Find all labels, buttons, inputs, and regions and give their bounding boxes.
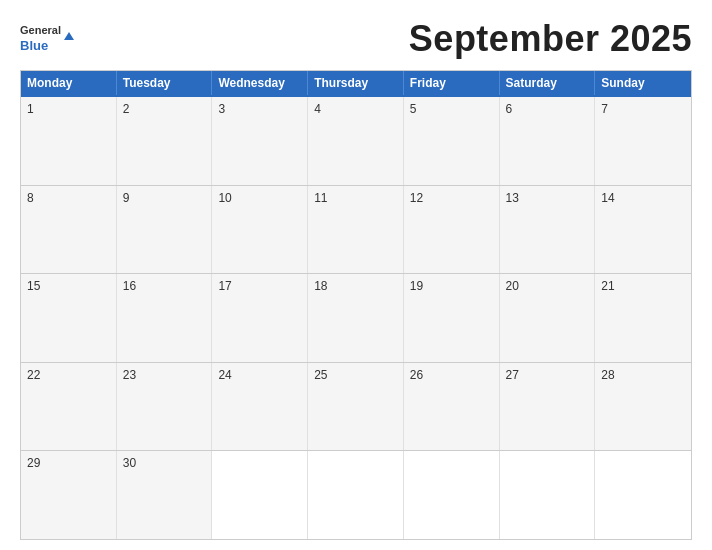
calendar-cell: 28 bbox=[595, 363, 691, 451]
calendar-cell: 26 bbox=[404, 363, 500, 451]
logo-svg: General Blue bbox=[20, 20, 80, 58]
calendar-cell: 24 bbox=[212, 363, 308, 451]
header-day-tuesday: Tuesday bbox=[117, 71, 213, 95]
header-day-friday: Friday bbox=[404, 71, 500, 95]
logo: General Blue bbox=[20, 20, 80, 58]
calendar-cell: 16 bbox=[117, 274, 213, 362]
day-number: 1 bbox=[27, 102, 110, 116]
calendar-cell: 22 bbox=[21, 363, 117, 451]
calendar-cell: 20 bbox=[500, 274, 596, 362]
calendar-cell bbox=[212, 451, 308, 539]
calendar-cell: 5 bbox=[404, 97, 500, 185]
calendar-cell: 19 bbox=[404, 274, 500, 362]
day-number: 22 bbox=[27, 368, 110, 382]
calendar-cell: 6 bbox=[500, 97, 596, 185]
day-number: 20 bbox=[506, 279, 589, 293]
calendar-page: General Blue September 2025 MondayTuesda… bbox=[0, 0, 712, 550]
day-number: 25 bbox=[314, 368, 397, 382]
calendar-week-1: 1234567 bbox=[21, 95, 691, 185]
calendar-cell: 23 bbox=[117, 363, 213, 451]
calendar-week-5: 2930 bbox=[21, 450, 691, 539]
day-number: 17 bbox=[218, 279, 301, 293]
calendar-cell: 30 bbox=[117, 451, 213, 539]
calendar-cell: 12 bbox=[404, 186, 500, 274]
day-number: 28 bbox=[601, 368, 685, 382]
calendar-cell: 15 bbox=[21, 274, 117, 362]
calendar-cell: 4 bbox=[308, 97, 404, 185]
calendar-cell bbox=[500, 451, 596, 539]
header-day-saturday: Saturday bbox=[500, 71, 596, 95]
day-number: 30 bbox=[123, 456, 206, 470]
calendar-week-2: 891011121314 bbox=[21, 185, 691, 274]
day-number: 6 bbox=[506, 102, 589, 116]
calendar-cell: 13 bbox=[500, 186, 596, 274]
svg-text:Blue: Blue bbox=[20, 38, 48, 53]
day-number: 29 bbox=[27, 456, 110, 470]
calendar-week-3: 15161718192021 bbox=[21, 273, 691, 362]
calendar-cell: 25 bbox=[308, 363, 404, 451]
day-number: 16 bbox=[123, 279, 206, 293]
day-number: 15 bbox=[27, 279, 110, 293]
day-number: 21 bbox=[601, 279, 685, 293]
day-number: 9 bbox=[123, 191, 206, 205]
day-number: 26 bbox=[410, 368, 493, 382]
day-number: 11 bbox=[314, 191, 397, 205]
calendar-cell bbox=[404, 451, 500, 539]
day-number: 2 bbox=[123, 102, 206, 116]
header-day-wednesday: Wednesday bbox=[212, 71, 308, 95]
day-number: 14 bbox=[601, 191, 685, 205]
calendar-cell: 21 bbox=[595, 274, 691, 362]
day-number: 3 bbox=[218, 102, 301, 116]
day-number: 7 bbox=[601, 102, 685, 116]
calendar-cell: 10 bbox=[212, 186, 308, 274]
day-number: 8 bbox=[27, 191, 110, 205]
day-number: 4 bbox=[314, 102, 397, 116]
calendar-cell: 14 bbox=[595, 186, 691, 274]
calendar-cell: 3 bbox=[212, 97, 308, 185]
calendar-cell: 9 bbox=[117, 186, 213, 274]
calendar-grid: MondayTuesdayWednesdayThursdayFridaySatu… bbox=[20, 70, 692, 540]
day-number: 5 bbox=[410, 102, 493, 116]
svg-text:General: General bbox=[20, 24, 61, 36]
header-day-sunday: Sunday bbox=[595, 71, 691, 95]
calendar-body: 1234567891011121314151617181920212223242… bbox=[21, 95, 691, 539]
calendar-cell: 18 bbox=[308, 274, 404, 362]
calendar-cell: 7 bbox=[595, 97, 691, 185]
month-title: September 2025 bbox=[409, 18, 692, 60]
calendar-cell bbox=[308, 451, 404, 539]
day-number: 18 bbox=[314, 279, 397, 293]
calendar-cell: 2 bbox=[117, 97, 213, 185]
day-number: 12 bbox=[410, 191, 493, 205]
calendar-cell bbox=[595, 451, 691, 539]
calendar-cell: 11 bbox=[308, 186, 404, 274]
calendar-week-4: 22232425262728 bbox=[21, 362, 691, 451]
page-header: General Blue September 2025 bbox=[20, 18, 692, 60]
calendar-cell: 1 bbox=[21, 97, 117, 185]
day-number: 27 bbox=[506, 368, 589, 382]
calendar-header: MondayTuesdayWednesdayThursdayFridaySatu… bbox=[21, 71, 691, 95]
day-number: 23 bbox=[123, 368, 206, 382]
calendar-cell: 8 bbox=[21, 186, 117, 274]
header-day-monday: Monday bbox=[21, 71, 117, 95]
svg-marker-1 bbox=[64, 32, 74, 40]
header-day-thursday: Thursday bbox=[308, 71, 404, 95]
day-number: 19 bbox=[410, 279, 493, 293]
calendar-cell: 17 bbox=[212, 274, 308, 362]
day-number: 10 bbox=[218, 191, 301, 205]
calendar-cell: 27 bbox=[500, 363, 596, 451]
day-number: 13 bbox=[506, 191, 589, 205]
calendar-cell: 29 bbox=[21, 451, 117, 539]
day-number: 24 bbox=[218, 368, 301, 382]
